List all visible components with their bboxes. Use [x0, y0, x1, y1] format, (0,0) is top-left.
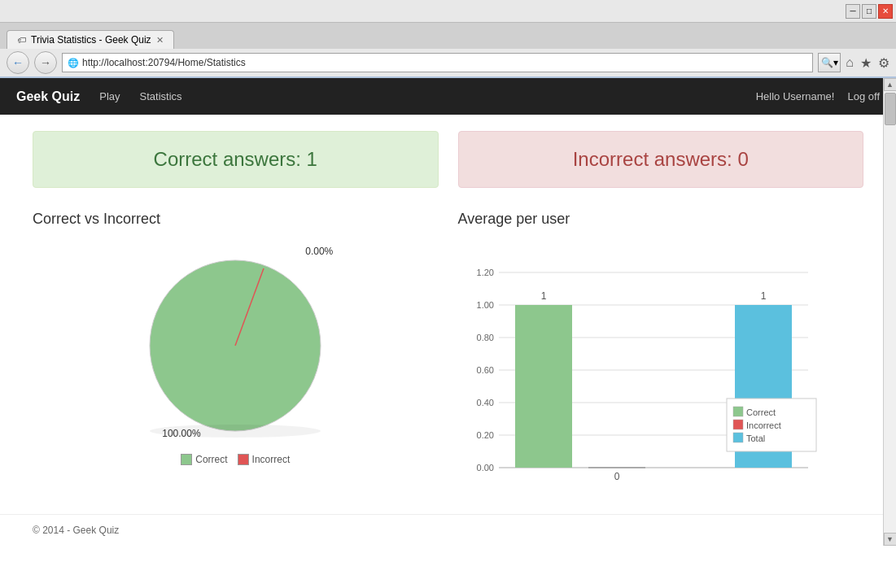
charts-row: Correct vs Incorrect 0.00% [33, 211, 863, 491]
settings-icon[interactable]: ⚙ [878, 55, 889, 71]
url-icon: 🌐 [68, 58, 79, 68]
navbar-link-play[interactable]: Play [99, 90, 120, 102]
pie-label-correct-pct: 100.00% [162, 428, 200, 439]
svg-rect-24 [733, 420, 743, 429]
bar-chart-svg: 1.20 1.00 0.80 0.60 0.40 0.20 0.00 1 0 [458, 236, 833, 488]
page-wrapper: Geek Quiz Play Statistics Hello Username… [0, 78, 896, 546]
navbar-logoff[interactable]: Log off [847, 90, 880, 102]
bar-correct [515, 305, 572, 468]
svg-text:0.80: 0.80 [476, 333, 493, 342]
svg-text:Correct: Correct [746, 407, 776, 417]
forward-button[interactable]: → [34, 51, 57, 74]
home-icon[interactable]: ⌂ [846, 55, 854, 70]
pie-legend: Correct Incorrect [181, 454, 290, 465]
maximize-button[interactable]: □ [862, 4, 876, 19]
search-icon: 🔍▾ [821, 57, 838, 68]
correct-stat-box: Correct answers: 1 [33, 131, 439, 188]
bar-chart-area: 1.20 1.00 0.80 0.60 0.40 0.20 0.00 1 0 [458, 236, 864, 491]
tab-bar: 🏷 Trivia Statistics - Geek Quiz ✕ [0, 23, 896, 49]
pie-legend-incorrect-label: Incorrect [252, 454, 291, 465]
navbar-user: Hello Username! [756, 90, 835, 102]
svg-rect-22 [733, 407, 743, 416]
pie-legend-incorrect-color [238, 454, 249, 465]
star-icon[interactable]: ★ [860, 55, 872, 71]
svg-text:1.20: 1.20 [476, 268, 493, 277]
svg-text:0: 0 [614, 471, 619, 482]
toolbar-icons: ⌂ ★ ⚙ [846, 55, 889, 71]
close-button[interactable]: ✕ [878, 4, 893, 19]
tab-close-button[interactable]: ✕ [156, 35, 164, 46]
pie-chart-section: Correct vs Incorrect 0.00% [33, 211, 439, 491]
url-box[interactable]: 🌐 http://localhost:20794/Home/Statistics [62, 53, 813, 72]
pie-chart-svg [113, 252, 357, 447]
bar-chart-title: Average per user [458, 211, 864, 228]
navbar-brand[interactable]: Geek Quiz [16, 89, 80, 104]
search-button[interactable]: 🔍▾ [818, 53, 841, 72]
svg-text:0.60: 0.60 [476, 365, 493, 375]
svg-text:1: 1 [760, 290, 766, 302]
footer-text: © 2014 - Geek Quiz [33, 525, 119, 536]
incorrect-stat-text: Incorrect answers: 0 [573, 148, 749, 170]
tab-title: Trivia Statistics - Geek Quiz [31, 34, 151, 46]
back-button[interactable]: ← [7, 51, 29, 74]
svg-text:0.40: 0.40 [476, 398, 493, 407]
navbar: Geek Quiz Play Statistics Hello Username… [0, 78, 896, 115]
scroll-thumb[interactable] [885, 93, 896, 125]
tab-icon: 🏷 [17, 35, 26, 45]
correct-stat-text: Correct answers: 1 [154, 148, 317, 170]
svg-text:0.20: 0.20 [476, 430, 493, 440]
url-text: http://localhost:20794/Home/Statistics [82, 57, 807, 68]
scroll-up-arrow[interactable]: ▲ [884, 78, 897, 91]
svg-rect-26 [733, 433, 743, 442]
svg-text:1: 1 [540, 290, 546, 302]
svg-text:1.00: 1.00 [476, 300, 493, 310]
scroll-down-arrow[interactable]: ▼ [884, 533, 897, 546]
svg-text:Total: Total [746, 433, 765, 443]
browser-tab[interactable]: 🏷 Trivia Statistics - Geek Quiz ✕ [7, 30, 174, 49]
navbar-right: Hello Username! Log off [756, 90, 880, 102]
svg-text:Incorrect: Incorrect [746, 420, 781, 430]
scrollbar[interactable]: ▲ ▼ [883, 78, 896, 546]
address-bar: ← → 🌐 http://localhost:20794/Home/Statis… [0, 49, 896, 78]
title-bar: ─ □ ✕ [0, 0, 896, 23]
navbar-link-statistics[interactable]: Statistics [140, 90, 182, 102]
minimize-button[interactable]: ─ [846, 4, 860, 19]
stats-boxes: Correct answers: 1 Incorrect answers: 0 [33, 131, 863, 188]
window-controls[interactable]: ─ □ ✕ [846, 4, 893, 19]
pie-legend-correct-label: Correct [195, 454, 227, 465]
incorrect-stat-box: Incorrect answers: 0 [458, 131, 864, 188]
pie-legend-correct: Correct [181, 454, 227, 465]
svg-text:0.00: 0.00 [476, 463, 493, 473]
pie-legend-correct-color [181, 454, 192, 465]
bar-chart-section: Average per user [458, 211, 864, 491]
pie-legend-incorrect: Incorrect [238, 454, 291, 465]
pie-chart-title: Correct vs Incorrect [33, 211, 439, 228]
main-content: Correct answers: 1 Incorrect answers: 0 … [0, 115, 896, 507]
footer: © 2014 - Geek Quiz [0, 514, 896, 546]
pie-container: 0.00% 100.00% [33, 236, 439, 465]
